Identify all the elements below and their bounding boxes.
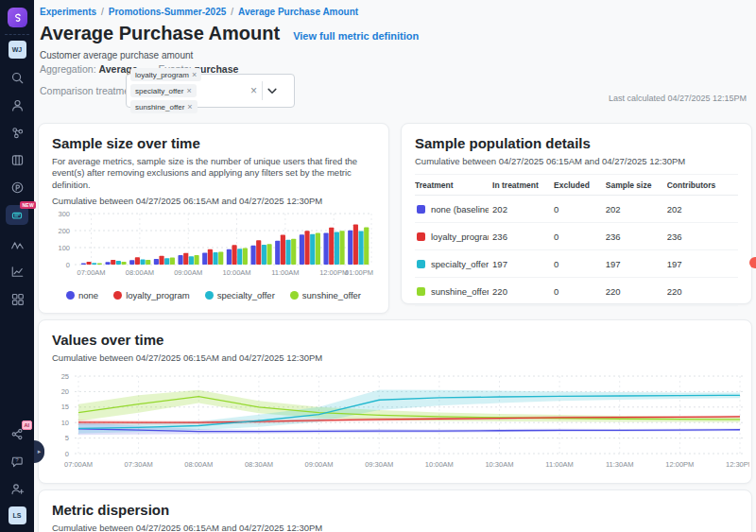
treatment-chip[interactable]: loyalty_program×: [130, 68, 201, 81]
account-icon[interactable]: [9, 96, 26, 113]
svg-text:12:00PM: 12:00PM: [319, 268, 348, 277]
table-cell: 220: [606, 286, 667, 297]
treatment-chip-label: specialty_offer: [135, 87, 183, 95]
table-cell: 236: [492, 232, 554, 242]
insights-chart-icon[interactable]: [9, 263, 26, 280]
table-cell: 220: [492, 286, 554, 297]
breadcrumb-item[interactable]: Experiments: [40, 7, 96, 17]
breadcrumb-item[interactable]: Promotions-Summer-2025: [109, 7, 226, 17]
invite-user-icon[interactable]: [9, 480, 26, 497]
clear-all-icon[interactable]: ×: [250, 84, 257, 97]
app-screen: WJ NEW AI: [0, 0, 756, 532]
page-title: Average Purchase Amount: [40, 23, 280, 44]
table-row: specialty_offer1970197197: [415, 250, 738, 278]
columns-icon[interactable]: [9, 151, 26, 168]
breadcrumb-separator: /: [101, 7, 104, 17]
breadcrumb-item[interactable]: Average Purchase Amount: [238, 7, 358, 17]
legend-label: none: [78, 290, 98, 300]
sidebar: WJ NEW AI: [0, 0, 34, 532]
table-row: loyalty_program2360236236: [415, 223, 738, 250]
treatment-chip[interactable]: sunshine_offer×: [130, 100, 198, 113]
values-over-time-card: Values over time Cumulative between 04/2…: [38, 319, 752, 484]
table-header-cell: Treatment: [415, 180, 492, 190]
new-badge: NEW: [20, 201, 36, 209]
svg-text:0: 0: [66, 261, 70, 269]
pulse-icon[interactable]: [9, 179, 26, 196]
population-table: TreatmentIn treatmentExcludedSample size…: [415, 174, 738, 306]
svg-text:10: 10: [61, 419, 69, 427]
svg-text:5: 5: [65, 434, 69, 442]
table-cell: 220: [667, 286, 738, 297]
legend-item[interactable]: specialty_offer: [205, 290, 275, 300]
help-icon[interactable]: ?: [9, 453, 26, 470]
cumulative-range: Cumulative between 04/27/2025 06:15AM an…: [52, 196, 375, 206]
metrics-icon[interactable]: [9, 235, 26, 252]
legend-dot: [113, 291, 122, 300]
main-content: Experiments/Promotions-Summer-2025/Avera…: [34, 0, 756, 532]
legend-dot: [290, 291, 299, 300]
user-avatar[interactable]: LS: [9, 506, 26, 524]
values-line-chart[interactable]: 051015202507:00AM07:30AM08:00AM08:30AM09…: [46, 369, 749, 474]
dashboards-icon[interactable]: [9, 290, 26, 307]
search-icon[interactable]: [9, 69, 26, 86]
treatment-cell: loyalty_program: [415, 232, 492, 242]
sample-population-card: Sample population details Cumulative bet…: [401, 123, 752, 304]
table-cell: 0: [554, 232, 606, 242]
table-cell: 202: [492, 204, 554, 215]
sample-size-bar-chart[interactable]: 010020030007:00AM08:00AM09:00AM10:00AM11…: [48, 210, 377, 289]
legend-label: specialty_offer: [217, 290, 275, 300]
svg-text:07:00AM: 07:00AM: [64, 460, 93, 469]
treatment-name: sunshine_offer: [431, 286, 489, 297]
card-title: Sample population details: [415, 135, 738, 151]
legend-item[interactable]: none: [66, 290, 98, 300]
table-header-row: TreatmentIn treatmentExcludedSample size…: [415, 175, 738, 196]
svg-text:08:00AM: 08:00AM: [126, 268, 154, 277]
experiments-icon-active[interactable]: NEW: [6, 205, 28, 225]
cumulative-range: Cumulative between 04/27/2025 06:15AM an…: [415, 156, 738, 166]
table-header-cell: Contributors: [667, 180, 738, 190]
treatment-cell: specialty_offer: [415, 259, 492, 269]
treatment-color-swatch: [417, 287, 425, 296]
treatment-color-swatch: [417, 205, 425, 214]
metric-subtitle: Customer average purchase amount: [40, 50, 193, 60]
sample-size-card: Sample size over time For average metric…: [38, 123, 389, 314]
svg-text:10:00AM: 10:00AM: [223, 268, 251, 277]
comparison-treatments-select[interactable]: loyalty_program×specialty_offer×sunshine…: [126, 74, 295, 108]
legend-item[interactable]: loyalty_program: [113, 290, 190, 300]
table-cell: 197: [492, 259, 554, 269]
svg-text:100: 100: [58, 244, 70, 252]
treatment-chip-label: loyalty_program: [135, 71, 189, 79]
svg-text:11:30AM: 11:30AM: [606, 460, 633, 469]
sidebar-divider: [5, 34, 29, 35]
chip-remove-icon[interactable]: ×: [192, 70, 197, 79]
table-cell: 0: [554, 286, 606, 297]
table-header-cell: Sample size: [606, 180, 667, 190]
legend-label: sunshine_offer: [302, 290, 361, 300]
statsig-logo-icon[interactable]: [8, 8, 27, 27]
chip-remove-icon[interactable]: ×: [187, 102, 192, 112]
card-description: For average metrics, sample size is the …: [52, 156, 375, 191]
view-metric-definition-link[interactable]: View full metric definition: [293, 30, 419, 42]
chip-remove-icon[interactable]: ×: [186, 86, 191, 95]
table-cell: 0: [554, 259, 606, 269]
table-row: none (baseline)2020202202: [415, 196, 738, 223]
table-row: sunshine_offer2200220220: [415, 278, 738, 305]
svg-text:09:00AM: 09:00AM: [305, 460, 334, 469]
breadcrumb-separator: /: [231, 7, 233, 17]
treatment-chip[interactable]: specialty_offer×: [130, 84, 197, 97]
treatment-name: loyalty_program: [431, 232, 489, 242]
select-divider: [262, 81, 263, 100]
bar-legend: noneloyalty_programspecialty_offersunshi…: [52, 290, 375, 300]
notification-launcher[interactable]: [749, 257, 756, 268]
workspace-avatar[interactable]: WJ: [9, 41, 26, 59]
svg-text:09:00AM: 09:00AM: [174, 268, 202, 277]
treatment-chips: loyalty_program×specialty_offer×sunshine…: [130, 68, 246, 113]
svg-text:25: 25: [61, 372, 69, 381]
chevron-down-icon[interactable]: [267, 88, 277, 94]
legend-item[interactable]: sunshine_offer: [290, 290, 361, 300]
last-calculated: Last calculated 04/27/2025 12:15PM: [609, 94, 747, 103]
ai-assistant-icon[interactable]: AI: [9, 425, 26, 442]
table-header-cell: In treatment: [492, 180, 554, 190]
treatment-name: specialty_offer: [431, 259, 489, 269]
connections-icon[interactable]: [9, 124, 26, 141]
